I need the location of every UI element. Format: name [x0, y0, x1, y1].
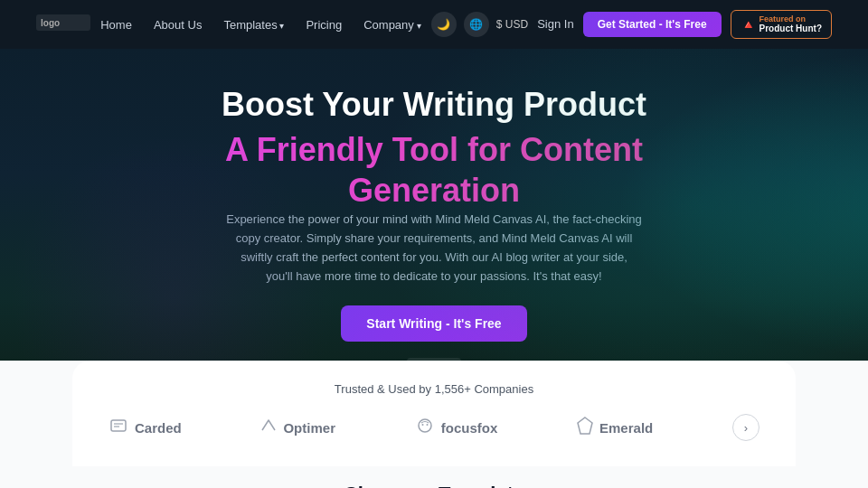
hero-description: Experience the power of your mind with M…: [226, 211, 642, 286]
hero-subtitle-line1: A Friendly Tool for Content: [225, 131, 643, 168]
hero-subtitle-line2: Generation: [348, 172, 520, 209]
currency-label: $ USD: [496, 18, 528, 31]
signin-button[interactable]: Sign In: [537, 17, 573, 31]
hero-cta-button[interactable]: Start Writing - It's Free: [341, 305, 526, 342]
svg-rect-2: [111, 420, 126, 431]
flag-icon[interactable]: 🌐: [464, 12, 489, 37]
carded-label: Carded: [135, 420, 182, 436]
svg-point-6: [421, 424, 423, 426]
carded-icon: [108, 416, 128, 440]
companies-next-button[interactable]: ›: [732, 414, 760, 441]
get-started-button[interactable]: Get Started - It's Free: [583, 12, 722, 37]
logo-text: logo: [36, 20, 90, 33]
nav-icons: 🌙 🌐 $ USD: [431, 12, 528, 37]
svg-marker-8: [578, 418, 592, 434]
hero-section: Boost Your Writing Product A Friendly To…: [0, 49, 868, 361]
svg-point-7: [426, 424, 428, 426]
navbar: logo Home About Us Templates Pricing Com…: [0, 0, 868, 49]
dark-mode-toggle[interactable]: 🌙: [431, 12, 457, 37]
company-focusfox: focusfox: [415, 416, 498, 440]
hero-title: Boost Your Writing Product: [18, 85, 850, 124]
svg-text:logo: logo: [41, 18, 60, 28]
focusfox-label: focusfox: [441, 420, 498, 436]
product-hunt-badge[interactable]: 🔺 Featured on Product Hunt?: [731, 10, 832, 40]
nav-logo: logo: [36, 14, 90, 34]
company-carded: Carded: [108, 416, 182, 440]
nav-templates[interactable]: Templates: [223, 18, 284, 32]
nav-pricing[interactable]: Pricing: [306, 18, 342, 32]
focusfox-icon: [415, 416, 435, 440]
optimer-label: Optimer: [283, 420, 335, 436]
nav-home[interactable]: Home: [100, 18, 132, 32]
emerald-label: Emerald: [599, 420, 653, 436]
ph-icon: 🔺: [741, 17, 756, 32]
ph-badge-text: Featured on Product Hunt?: [760, 14, 822, 35]
nav-links: Home About Us Templates Pricing Company: [100, 18, 420, 32]
emerald-icon: [577, 416, 593, 440]
nav-company[interactable]: Company: [363, 18, 420, 32]
choose-template-title: Choose a Template: [0, 483, 868, 488]
optimer-icon: [260, 418, 277, 438]
hero-subtitle: A Friendly Tool for Content Generation: [18, 129, 850, 211]
nav-about[interactable]: About Us: [154, 18, 202, 32]
nav-right: 🌙 🌐 $ USD Sign In Get Started - It's Fre…: [431, 10, 832, 40]
trust-label: Trusted & Used by 1,556+ Companies: [108, 382, 760, 396]
trust-section: Trusted & Used by 1,556+ Companies Carde…: [72, 361, 796, 466]
company-optimer: Optimer: [260, 418, 335, 438]
company-logos: Carded Optimer focusfox Emerald: [108, 414, 760, 441]
company-emerald: Emerald: [577, 416, 653, 440]
bottom-section: Choose a Template: [0, 466, 868, 488]
